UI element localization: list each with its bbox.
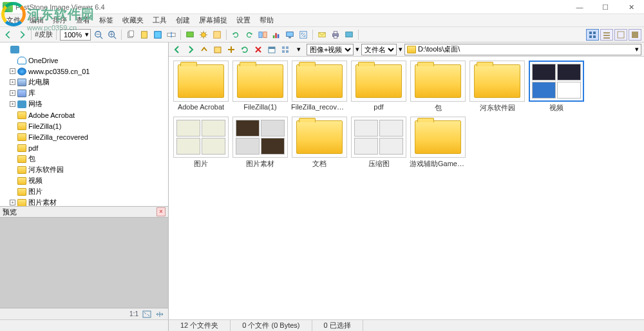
thumbnail-item[interactable]: 游戏辅助GameOfM... xyxy=(410,117,466,169)
menu-sort[interactable]: 排序 xyxy=(49,14,71,26)
zoom-dropdown-icon[interactable]: ▾ xyxy=(85,30,89,39)
expand-toggle[interactable]: + xyxy=(10,68,15,74)
tree-item[interactable]: +此电脑 xyxy=(3,77,168,88)
tree-item[interactable]: FileZilla(1) xyxy=(3,120,168,131)
tree-item[interactable]: 河东软件园 xyxy=(3,164,168,175)
zoom-input[interactable] xyxy=(62,31,84,39)
svg-rect-23 xyxy=(589,32,592,34)
fav-button[interactable] xyxy=(225,44,237,55)
tree-item[interactable]: Adobe Acrobat xyxy=(3,109,168,120)
close-button[interactable]: ✕ xyxy=(618,0,644,14)
skin-label[interactable]: #皮肤 xyxy=(35,30,53,39)
grid-button[interactable] xyxy=(279,44,291,55)
convert-icon[interactable] xyxy=(152,29,164,41)
expand-toggle[interactable]: + xyxy=(10,90,15,96)
menu-edit[interactable]: 编辑 xyxy=(26,14,48,26)
thumbnail-item[interactable]: 图片 xyxy=(173,117,229,169)
compare-icon[interactable] xyxy=(257,29,269,41)
rename-icon[interactable] xyxy=(166,29,177,41)
thumbnail-item[interactable]: 河东软件园 xyxy=(469,61,526,113)
menu-settings[interactable]: 设置 xyxy=(232,14,254,26)
menu-capture[interactable]: 屏幕捕捉 xyxy=(195,14,231,26)
thumbnail-item[interactable]: Adobe Acrobat xyxy=(173,61,229,113)
paste-icon[interactable] xyxy=(138,29,150,41)
copy-icon[interactable] xyxy=(125,29,137,41)
thumbnail-item[interactable]: FileZilla(1) xyxy=(232,61,289,113)
filter-type-select[interactable]: 图像+视频 xyxy=(307,44,354,55)
path-dropdown-icon[interactable]: ▾ xyxy=(635,45,639,53)
print-icon[interactable] xyxy=(330,29,341,41)
zoom-control[interactable]: ▾ xyxy=(60,29,91,41)
thumbnail-item[interactable]: pdf xyxy=(350,61,407,113)
zoom-out-icon[interactable] xyxy=(93,29,104,41)
tree-item[interactable]: FileZilla_recovered xyxy=(3,131,168,142)
rotate-left-icon[interactable] xyxy=(230,29,242,41)
email-icon[interactable] xyxy=(316,29,328,41)
tree-item[interactable]: +www.pc0359.cn_01 xyxy=(3,66,168,77)
thumbnail-item[interactable]: 视频 xyxy=(528,61,585,113)
zoom-in-icon[interactable] xyxy=(106,29,118,41)
resize-icon[interactable] xyxy=(298,29,309,41)
expand-toggle[interactable]: + xyxy=(10,79,15,85)
back-button[interactable] xyxy=(3,29,14,41)
menu-tags[interactable]: 标签 xyxy=(95,14,117,26)
delete-button[interactable] xyxy=(252,44,264,55)
history-button[interactable] xyxy=(212,44,223,55)
chart-icon[interactable] xyxy=(270,29,282,41)
wallpaper-icon[interactable] xyxy=(343,29,355,41)
settings-icon[interactable] xyxy=(198,29,209,41)
view-fullscreen-button[interactable] xyxy=(629,29,641,41)
rotate-right-icon[interactable] xyxy=(243,29,255,41)
status-bar: 12 个文件夹 0 个文件 (0 Bytes) 0 已选择 xyxy=(0,319,644,331)
thumbnail-area[interactable]: Adobe AcrobatFileZilla(1)FileZilla_recov… xyxy=(169,57,644,319)
nav-back-button[interactable] xyxy=(171,44,183,55)
tree-item[interactable]: 包 xyxy=(3,153,168,164)
maximize-button[interactable]: ☐ xyxy=(592,0,618,14)
thumbnail-item[interactable]: 文档 xyxy=(291,117,348,169)
tree-item[interactable] xyxy=(3,44,168,55)
sort-select[interactable]: 文件名 xyxy=(361,44,397,55)
menu-file[interactable]: 文件 xyxy=(3,14,24,26)
preview-close-button[interactable]: × xyxy=(156,207,166,216)
folder-tree[interactable]: OneDrive+www.pc0359.cn_01+此电脑+库+网络Adobe … xyxy=(0,43,168,206)
tree-item[interactable]: +图片素材 xyxy=(3,197,168,206)
refresh-button[interactable] xyxy=(239,44,251,55)
path-input[interactable]: D:\tools\桌面\ ▾ xyxy=(404,44,641,55)
menu-create[interactable]: 创建 xyxy=(172,14,194,26)
tree-item[interactable]: 图片 xyxy=(3,186,168,197)
tree-item[interactable]: 视频 xyxy=(3,175,168,186)
fit-icon[interactable] xyxy=(142,310,151,318)
minimize-button[interactable]: — xyxy=(567,0,592,14)
view-thumbnails-button[interactable] xyxy=(586,29,599,41)
nav-fwd-button[interactable] xyxy=(185,44,196,55)
tool-icon[interactable] xyxy=(211,29,223,41)
thumbnail-item[interactable]: FileZilla_recovered xyxy=(291,61,348,113)
thumbnail-item[interactable]: 包 xyxy=(410,61,466,113)
tree-item[interactable]: OneDrive xyxy=(3,55,168,66)
calendar-button[interactable] xyxy=(266,44,278,55)
collage-preview xyxy=(236,120,285,155)
expand-toggle[interactable]: + xyxy=(10,101,15,107)
filter-drop-button[interactable]: ▾ xyxy=(293,44,305,55)
tree-item[interactable]: +网络 xyxy=(3,99,168,109)
thumbnail-label: FileZilla_recovered xyxy=(291,103,348,111)
forward-button[interactable] xyxy=(16,29,28,41)
menu-tools[interactable]: 工具 xyxy=(149,14,171,26)
menu-favorites[interactable]: 收藏夹 xyxy=(118,14,147,26)
expand-icon[interactable] xyxy=(155,310,164,318)
view-list-button[interactable] xyxy=(600,29,613,41)
screen-icon[interactable] xyxy=(284,29,296,41)
slideshow-icon[interactable] xyxy=(184,29,196,41)
menu-view[interactable]: 查看 xyxy=(72,14,94,26)
app-icon xyxy=(3,2,13,12)
folder-icon xyxy=(17,111,26,119)
thumbnail-item[interactable]: 压缩图 xyxy=(350,117,407,169)
svg-point-8 xyxy=(202,32,206,37)
tree-item[interactable]: +库 xyxy=(3,88,168,99)
tree-item[interactable]: pdf xyxy=(3,142,168,153)
menu-help[interactable]: 帮助 xyxy=(256,14,278,26)
view-details-button[interactable] xyxy=(614,29,627,41)
nav-up-button[interactable] xyxy=(198,44,210,55)
thumbnail-item[interactable]: 图片素材 xyxy=(232,117,289,169)
expand-toggle[interactable]: + xyxy=(10,200,15,205)
